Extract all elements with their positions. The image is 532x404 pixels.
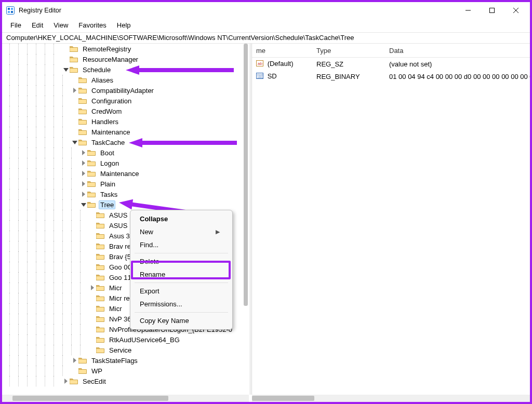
folder-icon (96, 294, 105, 302)
col-header-name[interactable]: me (252, 45, 314, 57)
value-name: (Default) (268, 59, 294, 67)
chevron-right-icon[interactable] (71, 355, 78, 366)
tree-item[interactable]: Schedule (2, 64, 249, 75)
tree-item-label: Logon (99, 159, 121, 168)
tree-item-label: Plain (99, 180, 117, 188)
tree-spacer (89, 334, 96, 345)
tree-item-label: CompatibilityAdapter (90, 86, 155, 95)
value-row[interactable]: (Default) REG_SZ (value not set) (252, 58, 530, 70)
window-title: Registry Editor (19, 7, 456, 14)
right-h-scrollbar[interactable] (252, 395, 530, 402)
folder-icon (87, 180, 97, 188)
folder-icon (78, 97, 88, 105)
context-menu-rename[interactable]: Rename (130, 268, 232, 281)
value-name: SD (268, 72, 277, 79)
tree-item[interactable]: ResourceManager (2, 54, 249, 64)
address-bar[interactable]: Computer\HKEY_LOCAL_MACHINE\SOFTWARE\Mic… (2, 32, 530, 44)
left-h-scrollbar[interactable] (2, 395, 249, 402)
context-menu-new[interactable]: New▶ (130, 225, 232, 238)
tree-item[interactable]: RemoteRegistry (2, 44, 249, 54)
context-menu-collapse[interactable]: Collapse (130, 212, 232, 225)
tree-item-label: SecEdit (81, 377, 108, 386)
values-header[interactable]: me Type Data (252, 44, 530, 58)
col-header-data[interactable]: Data (387, 45, 530, 57)
tree-item[interactable]: Service (2, 345, 249, 355)
tree-spacer (89, 272, 96, 282)
folder-icon (96, 346, 105, 354)
tree-item[interactable]: Logon (2, 158, 249, 168)
menu-edit[interactable]: Edit (26, 20, 48, 31)
folder-icon (87, 190, 97, 198)
folder-icon (96, 232, 105, 240)
menu-help[interactable]: Help (112, 20, 136, 31)
menu-file[interactable]: File (5, 20, 26, 31)
menu-view[interactable]: View (48, 20, 73, 31)
tree-item[interactable]: Handlers (2, 116, 249, 127)
maximize-button[interactable] (480, 2, 504, 19)
context-menu-copy-key-name[interactable]: Copy Key Name (130, 314, 232, 327)
svg-rect-11 (490, 8, 495, 13)
tree-item[interactable]: Configuration (2, 96, 249, 106)
tree-item[interactable]: Tasks (2, 189, 249, 199)
context-menu-delete[interactable]: Delete (130, 255, 232, 268)
tree-item[interactable]: TaskStateFlags (2, 355, 249, 366)
tree-item-label: ASUS (108, 211, 129, 220)
context-menu-find[interactable]: Find... (130, 238, 232, 251)
chevron-right-icon[interactable] (80, 179, 87, 189)
chevron-right-icon[interactable] (89, 282, 96, 293)
value-row[interactable]: SD REG_BINARY 01 00 04 94 c4 00 00 00 d0… (252, 70, 530, 83)
tree-item[interactable]: Plain (2, 179, 249, 189)
folder-icon (96, 335, 105, 344)
left-scrollbar[interactable] (241, 44, 249, 395)
chevron-right-icon[interactable] (80, 189, 87, 199)
tree-item[interactable]: Aliases (2, 75, 249, 85)
folder-icon (70, 45, 79, 53)
folder-icon (96, 221, 105, 230)
chevron-down-icon[interactable] (62, 64, 70, 75)
col-header-type[interactable]: Type (314, 45, 387, 57)
close-button[interactable] (504, 2, 528, 19)
minimize-button[interactable] (456, 2, 480, 19)
value-type: REG_BINARY (314, 72, 387, 82)
tree-item[interactable]: CompatibilityAdapter (2, 85, 249, 96)
tree-item-label: CredWom (90, 107, 123, 116)
tree-item-label: WP (90, 367, 104, 375)
chevron-right-icon[interactable] (80, 168, 87, 179)
context-menu-permissions[interactable]: Permissions... (130, 298, 232, 311)
tree-spacer (89, 324, 96, 334)
folder-icon (96, 211, 105, 219)
tree-item[interactable]: WP (2, 366, 249, 376)
tree-item-label: TaskCache (90, 138, 126, 147)
tree-item[interactable]: RtkAudUService64_BG (2, 334, 249, 345)
folder-icon (96, 284, 105, 292)
tree-item[interactable]: Maintenance (2, 127, 249, 137)
tree-item-label: Tree (99, 200, 115, 209)
tree-item[interactable]: Boot (2, 147, 249, 158)
tree-item[interactable]: Maintenance (2, 168, 249, 179)
chevron-right-icon[interactable] (62, 376, 70, 386)
chevron-right-icon[interactable] (80, 147, 87, 158)
tree-item[interactable]: SecEdit (2, 376, 249, 386)
folder-icon (70, 55, 79, 63)
tree-spacer (71, 116, 78, 127)
context-menu-export[interactable]: Export (130, 285, 232, 298)
tree-item-label: Micr (108, 284, 124, 292)
folder-icon (96, 325, 105, 333)
value-type: REG_SZ (314, 59, 387, 69)
folder-icon (70, 377, 79, 385)
chevron-right-icon[interactable] (71, 85, 78, 96)
menu-favorites[interactable]: Favorites (73, 20, 111, 31)
chevron-down-icon[interactable] (80, 199, 87, 210)
tree-item-label: Configuration (90, 97, 133, 105)
tree-item[interactable]: CredWom (2, 106, 249, 116)
folder-icon (87, 200, 97, 209)
chevron-down-icon[interactable] (71, 137, 78, 147)
tree-item-label: Goo 11 (108, 273, 133, 282)
tree-item-label: RtkAudUService64_BG (108, 335, 181, 344)
reg-binary-icon (256, 72, 263, 82)
tree-item[interactable]: TaskCache (2, 137, 249, 147)
folder-icon (96, 273, 105, 281)
tree-item[interactable]: Tree (2, 199, 249, 210)
folder-icon (78, 367, 88, 375)
chevron-right-icon[interactable] (80, 158, 87, 168)
